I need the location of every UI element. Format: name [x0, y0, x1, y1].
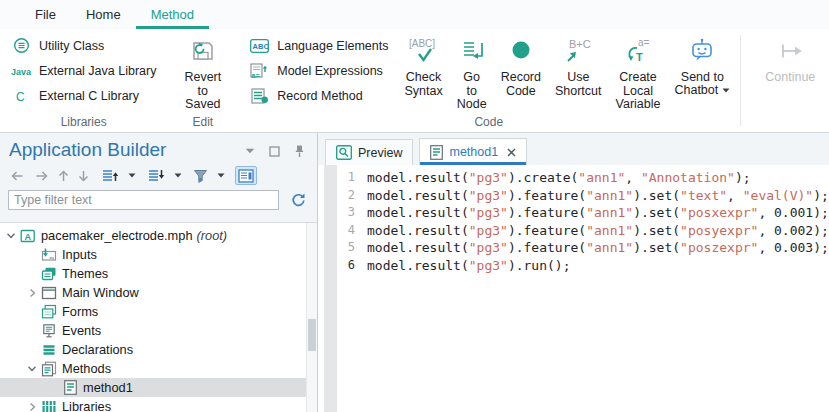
code-token: model.result(	[367, 258, 469, 273]
svg-text:ABC: ABC	[253, 42, 269, 51]
tree-item-label: Inputs	[62, 247, 97, 262]
line-number: 2	[337, 187, 355, 205]
group-label-libraries: Libraries	[2, 115, 165, 129]
chevron-down-icon[interactable]	[4, 231, 18, 240]
code-token: "ann1"	[586, 205, 633, 220]
tab-preview-label: Preview	[358, 146, 402, 160]
utility-class-button[interactable]: Utility Class	[2, 33, 165, 58]
panel-float-icon[interactable]	[267, 142, 282, 161]
use-shortcut-button[interactable]: B+C Use Shortcut	[548, 31, 609, 114]
language-elements-button[interactable]: ABC Language Elements	[240, 33, 397, 58]
tab-file[interactable]: File	[20, 0, 71, 29]
record-code-button[interactable]: Record Code	[494, 31, 548, 114]
tab-home[interactable]: Home	[71, 0, 136, 29]
line-number: 1	[337, 169, 355, 187]
expand-all-menu-icon[interactable]	[172, 166, 184, 185]
code-line[interactable]: 5model.result("pg3").feature("ann1").set…	[337, 239, 829, 257]
panel-menu-chevron-icon[interactable]	[243, 142, 257, 161]
inputs-icon	[39, 247, 59, 263]
tree-item-libraries[interactable]: Libraries	[0, 397, 306, 412]
move-down-button[interactable]	[75, 166, 92, 185]
line-number: 6	[337, 257, 355, 275]
tree-item-methods[interactable]: Methods	[0, 359, 306, 378]
code-token: "ann1"	[586, 188, 633, 203]
tree-item-themes[interactable]: Themes	[0, 264, 306, 283]
chevron-right-icon[interactable]	[25, 402, 39, 412]
nav-forward-button[interactable]	[31, 166, 52, 185]
code-line[interactable]: 4model.result("pg3").feature("ann1").set…	[337, 222, 829, 240]
code-text: model.result("pg3").feature("ann1").set(…	[367, 239, 829, 257]
group-label-code: Code	[240, 115, 737, 129]
check-syntax-button[interactable]: [ABC] Check Syntax	[397, 31, 449, 114]
code-line[interactable]: 1model.result("pg3").create("ann1", "Ann…	[337, 169, 829, 187]
send-to-chatbot-button[interactable]: Send to Chatbot	[667, 31, 737, 114]
code-text: model.result("pg3").feature("ann1").set(…	[367, 187, 829, 205]
code-line[interactable]: 2model.result("pg3").feature("ann1").set…	[337, 187, 829, 205]
expand-all-button[interactable]	[145, 166, 167, 185]
record-code-icon	[506, 33, 536, 69]
filter-menu-icon[interactable]	[215, 166, 227, 185]
continue-icon	[775, 33, 805, 69]
model-expressions-button[interactable]: a= Model Expressions	[240, 58, 397, 83]
code-token: model.result(	[367, 205, 469, 220]
code-line[interactable]: 3model.result("pg3").feature("ann1").set…	[337, 204, 829, 222]
code-token: model.result(	[367, 223, 469, 238]
tree-item-events[interactable]: Events	[0, 321, 306, 340]
show-details-toggle[interactable]	[235, 166, 257, 185]
filter-button[interactable]	[191, 166, 210, 185]
code-token: "Annotation"	[641, 170, 735, 185]
code-token: ,	[625, 170, 641, 185]
panel-pin-icon[interactable]	[292, 142, 307, 161]
nav-back-button[interactable]	[7, 166, 28, 185]
collapse-all-menu-icon[interactable]	[126, 166, 138, 185]
create-local-variable-button[interactable]: a=T Create Local Variable	[609, 31, 668, 114]
tab-preview[interactable]: Preview	[325, 139, 413, 165]
tree-item-label: Events	[62, 323, 101, 338]
external-java-library-button[interactable]: Java External Java Library	[2, 58, 165, 83]
tab-method1[interactable]: method1	[419, 138, 527, 165]
line-number: 4	[337, 222, 355, 240]
tree-item-label: pacemaker_electrode.mph	[41, 228, 193, 243]
tree-item-pacemaker-electrode-mph[interactable]: Apacemaker_electrode.mph(root)	[0, 226, 306, 245]
code-text: model.result("pg3").feature("ann1").set(…	[367, 222, 829, 240]
chevron-down-icon	[722, 88, 730, 93]
code-token: "text"	[680, 188, 727, 203]
ribbon-body: Utility Class Java External Java Library…	[0, 29, 829, 132]
code-editor[interactable]: 1model.result("pg3").create("ann1", "Ann…	[318, 165, 829, 412]
group-libraries: Utility Class Java External Java Library…	[2, 29, 165, 132]
tab-method[interactable]: Method	[136, 0, 209, 29]
panel-header: Application Builder	[0, 133, 317, 161]
collapse-all-button[interactable]	[99, 166, 121, 185]
record-method-icon	[249, 88, 270, 104]
tree-scrollbar-thumb[interactable]	[308, 319, 316, 351]
svg-text:T: T	[636, 51, 643, 63]
move-up-button[interactable]	[55, 166, 72, 185]
continue-button[interactable]: Continue	[758, 31, 822, 85]
close-icon[interactable]	[507, 148, 516, 157]
tree-item-method1[interactable]: method1	[0, 378, 306, 397]
chevron-down-icon[interactable]	[25, 364, 39, 373]
refresh-icon[interactable]	[288, 191, 309, 210]
record-method-button[interactable]: Record Method	[240, 83, 397, 108]
go-to-node-button[interactable]: Go to Node	[450, 31, 494, 114]
tree-item-label: Libraries	[62, 399, 111, 412]
tree-scrollbar[interactable]	[306, 223, 317, 412]
tree-item-declarations[interactable]: Declarations	[0, 340, 306, 359]
record-code-label: Record Code	[501, 71, 541, 98]
breakpoint-margin[interactable]	[324, 165, 337, 412]
code-token: ).set(	[633, 205, 680, 220]
code-token: "posyexpr"	[680, 223, 758, 238]
line-number: 5	[337, 239, 355, 257]
tree-item-main-window[interactable]: Main Window	[0, 283, 306, 302]
revert-to-saved-button[interactable]: Revert to Saved	[177, 31, 228, 112]
external-c-library-button[interactable]: C External C Library	[2, 83, 165, 108]
tree-item-forms[interactable]: Forms	[0, 302, 306, 321]
filter-input[interactable]	[8, 190, 279, 210]
svg-text:a=: a=	[638, 37, 650, 48]
chevron-right-icon[interactable]	[25, 288, 39, 298]
tree-item-inputs[interactable]: Inputs	[0, 245, 306, 264]
tree: Apacemaker_electrode.mph(root)InputsThem…	[0, 226, 306, 412]
code-line[interactable]: 6model.result("pg3").run();	[337, 257, 829, 275]
main-area: Application Builder Apacemaker_e	[0, 133, 829, 412]
code-token: model.result(	[367, 188, 469, 203]
